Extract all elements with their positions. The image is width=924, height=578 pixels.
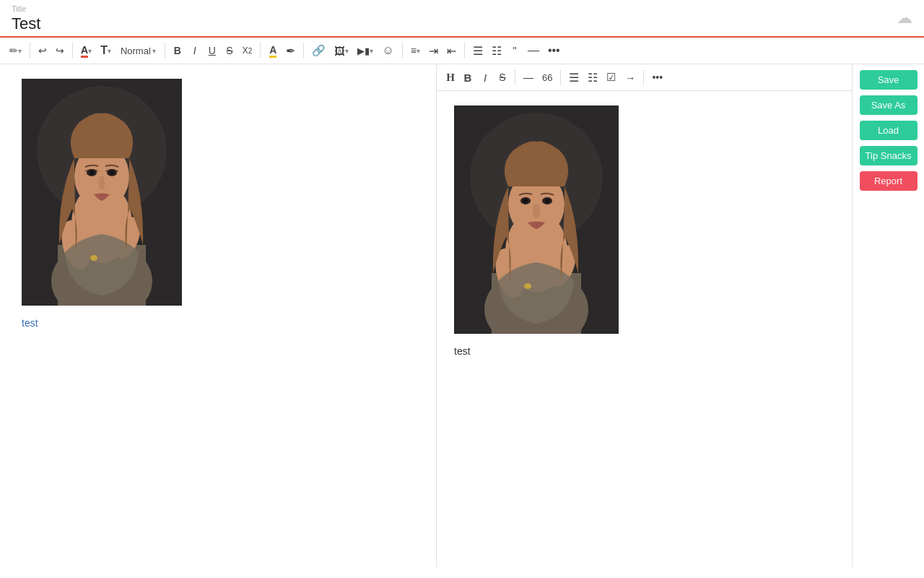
svg-point-27 <box>524 283 531 289</box>
highlight-button[interactable]: ✒ <box>282 40 299 61</box>
toolbar-sep-7 <box>464 43 465 59</box>
portrait-svg <box>22 79 182 306</box>
editor-image <box>22 79 182 306</box>
title-area: Title ☁ <box>0 0 924 38</box>
preview-sep-3 <box>643 69 644 85</box>
blockquote-button[interactable]: " <box>507 40 523 61</box>
indent-in-button[interactable]: ⇥ <box>425 40 442 61</box>
font-size-button[interactable]: T ▾ <box>97 40 115 61</box>
preview-image <box>454 105 619 334</box>
subscript-button[interactable]: X2 <box>239 40 256 61</box>
preview-italic-button[interactable]: I <box>477 67 493 87</box>
svg-point-25 <box>523 199 528 203</box>
preview-bullet-button[interactable]: ☰ <box>565 67 583 87</box>
toolbar-sep-5 <box>303 43 304 59</box>
link-button[interactable]: 🔗 <box>308 40 329 61</box>
preview-content: test <box>437 91 852 567</box>
divider-button[interactable]: — <box>524 40 543 61</box>
numbered-list-button[interactable]: ☷ <box>488 40 505 61</box>
svg-point-11 <box>90 171 94 175</box>
underline-button[interactable]: U <box>204 40 220 61</box>
load-button[interactable]: Load <box>860 121 918 140</box>
toolbar-sep-1 <box>30 43 30 59</box>
preview-sep-1 <box>515 69 515 85</box>
report-button[interactable]: Report <box>860 171 918 191</box>
preview-toolbar: H B I S — 66 ☰ ☷ ☑ → ••• <box>437 64 852 91</box>
preview-check-button[interactable]: ☑ <box>603 67 619 87</box>
strikethrough-button[interactable]: S <box>222 40 237 61</box>
preview-quote-button[interactable]: 66 <box>539 67 556 87</box>
undo-button[interactable]: ↩ <box>35 40 51 61</box>
toolbar-sep-6 <box>402 43 403 59</box>
redo-button[interactable]: ↪ <box>52 40 68 61</box>
svg-point-12 <box>110 171 114 175</box>
title-input[interactable] <box>12 13 869 36</box>
right-sidebar: Save Save As Load Tip Snacks Report <box>852 64 924 567</box>
title-label: Title <box>12 4 912 13</box>
paragraph-style-label: Normal <box>121 46 151 56</box>
preview-bold-button[interactable]: B <box>460 67 476 87</box>
svg-point-26 <box>545 199 549 203</box>
save-as-button[interactable]: Save As <box>860 95 918 115</box>
emoji-button[interactable]: ☺ <box>378 40 397 61</box>
toolbar-sep-2 <box>72 43 73 59</box>
preview-indent-button[interactable]: → <box>621 67 639 87</box>
bullet-list-button[interactable]: ☰ <box>469 40 487 61</box>
align-button[interactable]: ≡ ▾ <box>407 40 424 61</box>
editor-panel[interactable]: test <box>0 64 437 567</box>
more-button[interactable]: ••• <box>544 40 564 61</box>
preview-strike-button[interactable]: S <box>494 67 510 87</box>
preview-portrait-svg <box>454 105 619 334</box>
preview-body-text: test <box>454 345 834 357</box>
toolbar-sep-3 <box>165 43 165 59</box>
preview-panel: H B I S — 66 ☰ ☷ ☑ → ••• <box>437 64 852 567</box>
main-toolbar: ✏ ▾ ↩ ↪ A ▾ T ▾ Normal ▾ B I U S X2 A ✒ … <box>0 38 924 64</box>
paragraph-style-dropdown[interactable]: Normal ▾ <box>116 40 160 61</box>
italic-button[interactable]: I <box>187 40 203 61</box>
pen-tool-button[interactable]: ✏ ▾ <box>6 40 25 61</box>
preview-heading-button[interactable]: H <box>443 67 458 87</box>
preview-more-button[interactable]: ••• <box>648 67 666 87</box>
cloud-icon: ☁ <box>897 9 912 27</box>
bold-button[interactable]: B <box>170 40 186 61</box>
svg-point-13 <box>90 255 97 261</box>
editor-body-text[interactable]: test <box>22 317 414 329</box>
preview-sep-2 <box>560 69 561 85</box>
media-button[interactable]: ▶▮ ▾ <box>354 40 377 61</box>
indent-out-button[interactable]: ⇤ <box>443 40 460 61</box>
image-button[interactable]: 🖼 ▾ <box>331 40 352 61</box>
preview-divider-button[interactable]: — <box>520 67 537 87</box>
font-bg-button[interactable]: A <box>265 40 281 61</box>
preview-numlist-button[interactable]: ☷ <box>584 67 601 87</box>
save-button[interactable]: Save <box>860 70 918 90</box>
toolbar-sep-4 <box>260 43 261 59</box>
paragraph-style-arrow: ▾ <box>152 47 156 55</box>
tip-snacks-button[interactable]: Tip Snacks <box>860 146 918 165</box>
font-color-button[interactable]: A ▾ <box>77 40 95 61</box>
main-area: test H B I S — 66 ☰ ☷ ☑ → ••• <box>0 64 924 567</box>
